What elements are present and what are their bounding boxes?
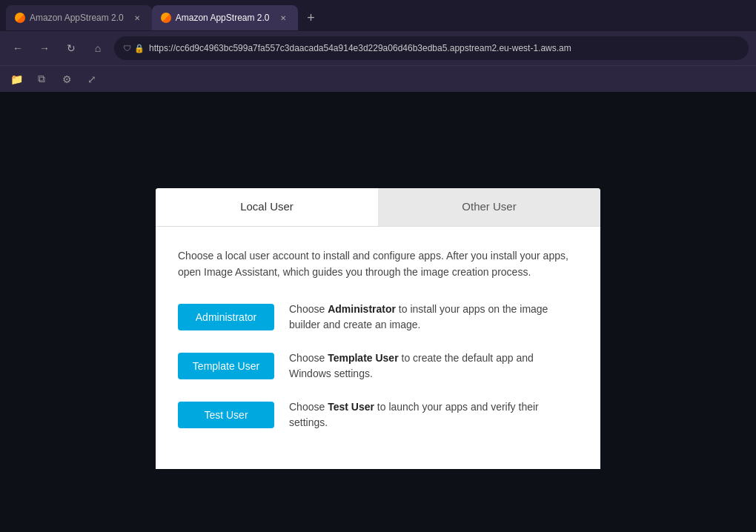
nav-bar: ← → ↻ ⌂ 🛡 🔒 https://cc6d9c4963bc599a7fa5…	[0, 31, 756, 65]
user-selection-dialog: Local User Other User Choose a local use…	[156, 188, 600, 469]
dialog-tabs: Local User Other User	[156, 188, 600, 227]
template-user-option: Template User Choose Template User to cr…	[178, 350, 578, 382]
tab-1-label: Amazon AppStream 2.0	[30, 13, 124, 23]
lock-icon: 🔒	[134, 44, 145, 53]
back-button[interactable]: ←	[7, 38, 28, 59]
tab-1-favicon	[15, 13, 25, 23]
tab-1-close[interactable]: ✕	[131, 12, 143, 24]
settings-icon[interactable]: ⚙	[58, 70, 76, 88]
tab-2-favicon	[161, 13, 171, 23]
template-user-button[interactable]: Template User	[178, 353, 274, 379]
browser-chrome: Amazon AppStream 2.0 ✕ Amazon AppStream …	[0, 0, 756, 92]
administrator-description: Choose Administrator to install your app…	[289, 302, 578, 333]
tab-local-user[interactable]: Local User	[156, 188, 378, 226]
test-user-button[interactable]: Test User	[178, 402, 274, 428]
address-bar[interactable]: 🛡 🔒 https://cc6d9c4963bc599a7fa557c3daac…	[114, 36, 749, 60]
template-user-description: Choose Template User to create the defau…	[289, 350, 578, 382]
address-text: https://cc6d9c4963bc599a7fa557c3daacada5…	[149, 43, 740, 53]
tab-other-user[interactable]: Other User	[378, 188, 600, 226]
administrator-option: Administrator Choose Administrator to in…	[178, 302, 578, 333]
administrator-name: Administrator	[328, 303, 396, 315]
resize-icon[interactable]: ⤢	[83, 70, 101, 88]
home-button[interactable]: ⌂	[87, 38, 108, 59]
test-user-name: Test User	[328, 401, 374, 413]
copy-icon[interactable]: ⧉	[33, 70, 50, 88]
dialog-description: Choose a local user account to install a…	[178, 247, 578, 281]
page-content: Local User Other User Choose a local use…	[0, 92, 756, 532]
template-user-name: Template User	[328, 352, 398, 364]
tab-1[interactable]: Amazon AppStream 2.0 ✕	[6, 5, 152, 30]
reload-button[interactable]: ↻	[61, 38, 82, 59]
shield-icon: 🛡	[123, 44, 131, 53]
test-user-option: Test User Choose Test User to launch you…	[178, 399, 578, 430]
tab-2-label: Amazon AppStream 2.0	[176, 13, 270, 23]
new-tab-button[interactable]: +	[301, 7, 322, 28]
tab-bar: Amazon AppStream 2.0 ✕ Amazon AppStream …	[0, 0, 756, 31]
administrator-button[interactable]: Administrator	[178, 304, 274, 330]
dialog-body: Choose a local user account to install a…	[156, 227, 600, 469]
tab-2[interactable]: Amazon AppStream 2.0 ✕	[152, 5, 298, 30]
toolbar-bar: 📁 ⧉ ⚙ ⤢	[0, 65, 756, 92]
folder-icon[interactable]: 📁	[7, 70, 25, 88]
tab-2-close[interactable]: ✕	[277, 12, 289, 24]
test-user-description: Choose Test User to launch your apps and…	[289, 399, 578, 430]
security-icons: 🛡 🔒	[123, 44, 145, 53]
forward-button[interactable]: →	[34, 38, 55, 59]
